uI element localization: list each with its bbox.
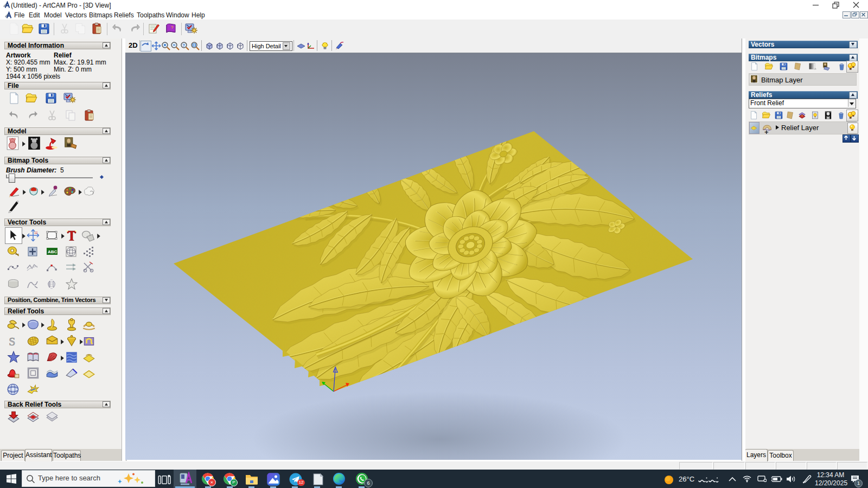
- svg-text:?: ?: [183, 43, 185, 47]
- svg-text:ABC: ABC: [48, 249, 58, 254]
- svg-text:12: 12: [34, 231, 37, 234]
- svg-text:S: S: [9, 335, 15, 348]
